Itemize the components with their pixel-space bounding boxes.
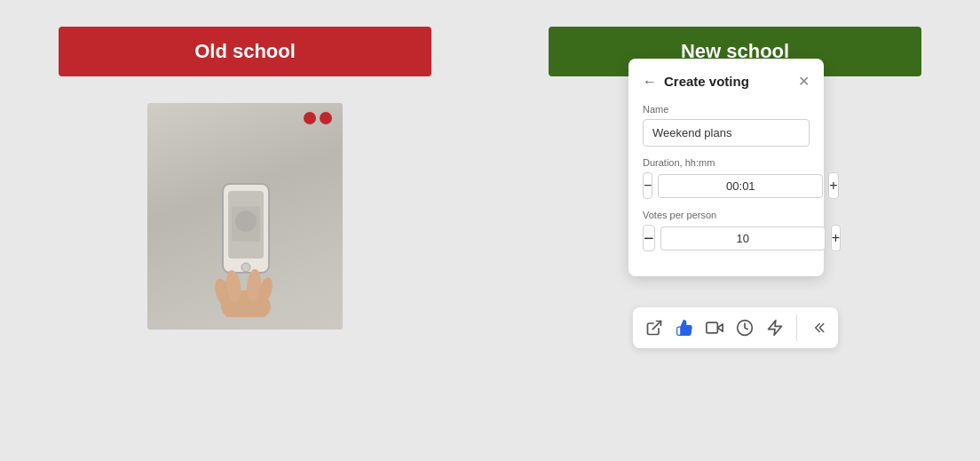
name-label: Name: [643, 104, 810, 115]
svg-point-3: [235, 211, 257, 232]
video-icon[interactable]: [706, 319, 723, 337]
duration-plus-button[interactable]: +: [828, 172, 838, 199]
phone-hand-svg: [205, 175, 285, 317]
name-input[interactable]: [643, 119, 810, 147]
new-school-content: Read a book Watch a movie Have a party R…: [508, 103, 962, 348]
svg-line-19: [652, 322, 660, 330]
svg-marker-23: [768, 321, 781, 336]
votes-stepper: − +: [643, 225, 810, 251]
duration-label: Duration, hh:mm: [643, 157, 810, 168]
create-voting-panel: ← Create voting ✕ Name Duration, hh:mm −…: [628, 59, 824, 276]
red-dots-decoration: [304, 112, 332, 124]
votes-plus-button[interactable]: +: [831, 225, 841, 251]
old-school-panel: Old school: [0, 0, 490, 461]
red-dot-1: [304, 112, 316, 124]
duration-minus-button[interactable]: −: [643, 172, 652, 199]
voting-panel-header: ← Create voting ✕: [643, 73, 810, 90]
votes-label: Votes per person: [643, 210, 810, 220]
votes-value-input[interactable]: [660, 227, 826, 250]
voting-close-button[interactable]: ✕: [798, 73, 810, 90]
back-button[interactable]: ←: [643, 74, 657, 90]
lightning-icon[interactable]: [766, 319, 784, 337]
old-school-image: [147, 103, 343, 330]
duration-value-input[interactable]: [658, 174, 823, 198]
share-icon[interactable]: [645, 319, 663, 337]
svg-marker-20: [717, 324, 723, 331]
duration-stepper: − +: [643, 172, 810, 199]
votes-minus-button[interactable]: −: [643, 225, 655, 251]
red-dot-2: [320, 112, 332, 124]
toolbar-divider: [796, 314, 797, 341]
sticky-note-area: Read a book Watch a movie Have a party R…: [664, 103, 806, 245]
old-school-header: Old school: [59, 27, 431, 76]
thumbs-up-icon[interactable]: [676, 319, 693, 337]
new-school-panel: New school: [490, 0, 980, 461]
svg-rect-21: [706, 322, 717, 333]
collapse-icon[interactable]: [810, 320, 826, 336]
voting-header-left: ← Create voting: [643, 74, 749, 90]
voting-panel-title: Create voting: [664, 74, 749, 89]
clock-icon[interactable]: [736, 319, 754, 337]
svg-point-4: [241, 263, 250, 272]
main-toolbar: [633, 307, 838, 348]
